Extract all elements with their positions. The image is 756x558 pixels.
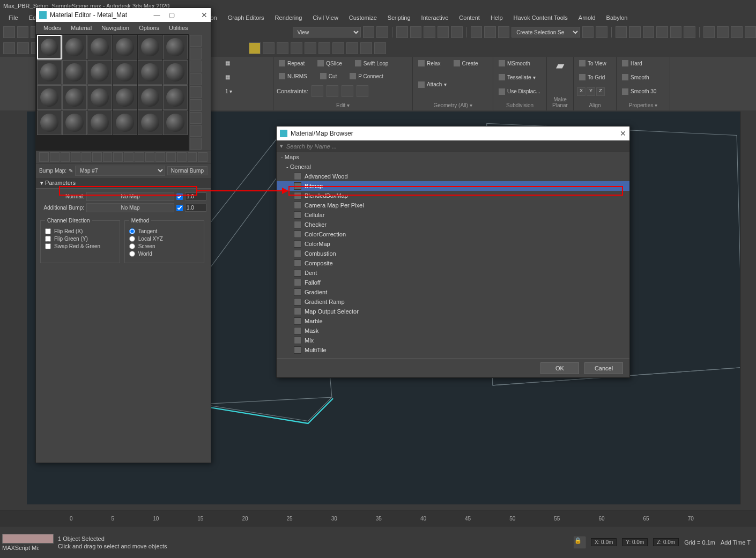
toolbar-button[interactable] xyxy=(703,26,715,38)
ribbon-button[interactable]: 1 ▾ xyxy=(223,87,270,95)
menu-item[interactable]: Modes xyxy=(39,24,65,32)
map-item[interactable]: ColorCorrection xyxy=(277,229,629,239)
window-titlebar[interactable]: Material/Map Browser ✕ xyxy=(277,127,629,140)
material-tool-button[interactable] xyxy=(155,152,165,162)
picker-icon[interactable]: ✎ xyxy=(69,168,73,174)
menu-item[interactable]: Navigation xyxy=(97,24,134,32)
material-slot[interactable] xyxy=(163,110,188,135)
material-tool-button[interactable] xyxy=(81,152,91,162)
material-slot[interactable] xyxy=(138,35,162,59)
material-slot[interactable] xyxy=(113,110,137,135)
toolbar-button[interactable] xyxy=(471,26,483,38)
use-displac-button[interactable]: Use Displac... xyxy=(496,87,543,96)
toolbar-button[interactable] xyxy=(305,42,316,54)
toolbar-button[interactable] xyxy=(484,26,496,38)
map-tree[interactable]: - Maps - General Advanced WoodBitmapBlen… xyxy=(277,152,629,358)
channel-checkbox[interactable] xyxy=(45,236,51,242)
material-slot[interactable] xyxy=(87,35,112,59)
toolbar-button[interactable] xyxy=(424,26,435,38)
map-item[interactable]: Mix xyxy=(277,336,629,345)
toolbar-button[interactable] xyxy=(17,42,29,54)
material-slot[interactable] xyxy=(163,35,188,59)
toolbar-button[interactable] xyxy=(346,42,358,54)
material-tool-button[interactable] xyxy=(177,152,187,162)
toolbar-button[interactable] xyxy=(670,26,682,38)
addbump-enable-checkbox[interactable] xyxy=(176,205,183,211)
minimize-icon[interactable]: — xyxy=(150,11,165,19)
toolbar-button[interactable] xyxy=(363,26,375,38)
slot-tool-button[interactable] xyxy=(190,112,202,124)
material-slot[interactable] xyxy=(62,60,87,85)
map-item[interactable]: Cellular xyxy=(277,210,629,220)
lock-icon[interactable]: 🔒 xyxy=(574,537,585,548)
command-panel[interactable] xyxy=(740,111,756,504)
chevron-down-icon[interactable]: ▾ xyxy=(280,143,283,150)
normal-map-button[interactable]: No Map xyxy=(86,192,174,201)
material-slot[interactable] xyxy=(87,85,112,110)
material-slot[interactable] xyxy=(113,60,137,85)
toolbar-button[interactable] xyxy=(249,42,261,54)
material-slot[interactable] xyxy=(62,85,87,110)
slot-tool-button[interactable] xyxy=(190,86,202,98)
axis-x-button[interactable]: X xyxy=(577,87,585,96)
material-tool-button[interactable] xyxy=(145,152,155,162)
menu-item[interactable]: Graph Editors xyxy=(224,13,269,22)
toolbar-button[interactable] xyxy=(451,26,463,38)
material-slot[interactable] xyxy=(37,110,62,135)
axis-z-button[interactable]: Z xyxy=(596,87,605,96)
map-item[interactable]: Map Output Selector xyxy=(277,307,629,316)
menu-item[interactable]: Babylon xyxy=(602,13,632,22)
channel-checkbox[interactable] xyxy=(45,228,51,234)
map-item[interactable]: MultiTile xyxy=(277,345,629,355)
slot-tool-button[interactable] xyxy=(190,35,202,47)
add-time-tag[interactable]: Add Time T xyxy=(721,539,751,546)
constraint-button[interactable] xyxy=(342,85,353,97)
menu-item[interactable]: Help xyxy=(486,13,507,22)
material-tool-button[interactable] xyxy=(92,152,102,162)
menu-item[interactable]: Customize xyxy=(345,13,381,22)
coord-y[interactable]: Y: 0.0m xyxy=(622,538,648,546)
timeline[interactable]: 0510152025303540455055606570 xyxy=(0,510,756,526)
material-slot[interactable] xyxy=(138,85,162,110)
cancel-button[interactable]: Cancel xyxy=(584,362,623,374)
menu-item[interactable]: File xyxy=(4,13,23,22)
toolbar-button[interactable] xyxy=(332,42,344,54)
normal-enable-checkbox[interactable] xyxy=(176,194,183,200)
toolbar-button[interactable] xyxy=(374,42,386,54)
toolbar-button[interactable] xyxy=(277,42,288,54)
tree-category[interactable]: - Maps xyxy=(277,152,629,162)
attach-button[interactable]: Attach ▾ xyxy=(416,80,490,89)
toolbar-button[interactable] xyxy=(745,26,756,38)
ok-button[interactable]: OK xyxy=(540,362,579,374)
menu-item[interactable]: Material xyxy=(66,24,96,32)
to-view-button[interactable]: To View xyxy=(577,59,613,68)
method-radio[interactable] xyxy=(129,251,135,257)
repeat-button[interactable]: Repeat xyxy=(277,59,307,68)
material-tool-button[interactable] xyxy=(113,152,123,162)
relax-button[interactable]: Relax xyxy=(416,59,443,68)
material-tool-button[interactable] xyxy=(71,152,80,162)
material-tool-button[interactable] xyxy=(188,152,197,162)
material-slot[interactable] xyxy=(87,60,112,85)
slot-tool-button[interactable] xyxy=(190,48,202,59)
smooth-button[interactable]: Smooth xyxy=(620,73,666,81)
slot-tool-button[interactable] xyxy=(190,99,202,111)
map-item[interactable]: Advanced Wood xyxy=(277,172,629,181)
material-slot[interactable] xyxy=(163,60,188,85)
menu-item[interactable]: Arnold xyxy=(574,13,600,22)
toolbar-button[interactable] xyxy=(17,26,29,38)
material-slot[interactable] xyxy=(113,35,137,59)
slot-tool-button[interactable] xyxy=(190,61,202,72)
toolbar-button[interactable] xyxy=(498,26,510,38)
method-radio[interactable] xyxy=(129,228,135,234)
slot-tool-button[interactable] xyxy=(190,138,202,150)
method-radio[interactable] xyxy=(129,236,135,242)
channel-checkbox[interactable] xyxy=(45,243,51,249)
normal-amount-spinner[interactable] xyxy=(185,192,206,200)
addbump-map-button[interactable]: No Map xyxy=(86,203,174,212)
toolbar-button[interactable] xyxy=(596,26,607,38)
toolbar-button[interactable] xyxy=(438,26,449,38)
tree-subcategory[interactable]: - General xyxy=(277,162,629,172)
smooth30-button[interactable]: Smooth 30 xyxy=(620,87,666,96)
map-item[interactable]: ColorMap xyxy=(277,239,629,249)
